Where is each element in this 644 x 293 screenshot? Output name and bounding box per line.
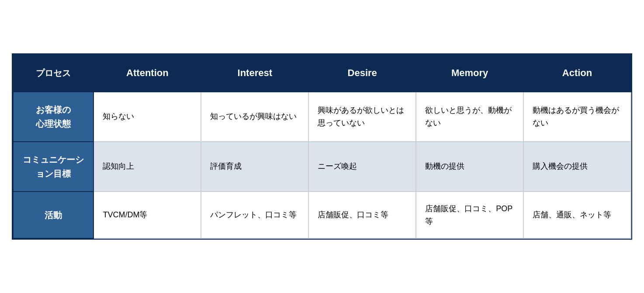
header-interest: Interest bbox=[201, 55, 308, 92]
row1-interest: 知っているが興味はない bbox=[201, 92, 308, 142]
row3-memory: 店舗販促、口コミ、POP等 bbox=[416, 192, 523, 239]
row3-attention: TVCM/DM等 bbox=[93, 192, 201, 239]
row2-memory: 動機の提供 bbox=[416, 142, 523, 192]
header-row: プロセス Attention Interest Desire Memory Ac… bbox=[13, 55, 631, 92]
row1-memory: 欲しいと思うが、動機がない bbox=[416, 92, 523, 142]
row2-process: コミュニケーション目標 bbox=[13, 142, 93, 192]
header-action: Action bbox=[523, 55, 631, 92]
header-desire: Desire bbox=[308, 55, 416, 92]
row1-process: お客様の 心理状態 bbox=[13, 92, 93, 142]
table-row: お客様の 心理状態 知らない 知っているが興味はない 興味があるが欲しいとは思っ… bbox=[13, 92, 631, 142]
table-row: コミュニケーション目標 認知向上 評価育成 ニーズ喚起 動機の提供 購入機会の提… bbox=[13, 142, 631, 192]
row2-desire: ニーズ喚起 bbox=[308, 142, 416, 192]
row3-action: 店舗、通販、ネット等 bbox=[523, 192, 631, 239]
row1-attention: 知らない bbox=[93, 92, 201, 142]
header-process: プロセス bbox=[13, 55, 93, 92]
row1-desire: 興味があるが欲しいとは思っていない bbox=[308, 92, 416, 142]
main-table-wrapper: プロセス Attention Interest Desire Memory Ac… bbox=[12, 53, 632, 240]
aidma-table: プロセス Attention Interest Desire Memory Ac… bbox=[13, 54, 631, 239]
row1-action: 動機はあるが買う機会がない bbox=[523, 92, 631, 142]
row3-interest: パンフレット、口コミ等 bbox=[201, 192, 308, 239]
row3-desire: 店舗販促、口コミ等 bbox=[308, 192, 416, 239]
row3-process: 活動 bbox=[13, 192, 93, 239]
row2-interest: 評価育成 bbox=[201, 142, 308, 192]
row2-attention: 認知向上 bbox=[93, 142, 201, 192]
header-memory: Memory bbox=[416, 55, 523, 92]
row2-action: 購入機会の提供 bbox=[523, 142, 631, 192]
table-row: 活動 TVCM/DM等 パンフレット、口コミ等 店舗販促、口コミ等 店舗販促、口… bbox=[13, 192, 631, 239]
header-attention: Attention bbox=[93, 55, 201, 92]
